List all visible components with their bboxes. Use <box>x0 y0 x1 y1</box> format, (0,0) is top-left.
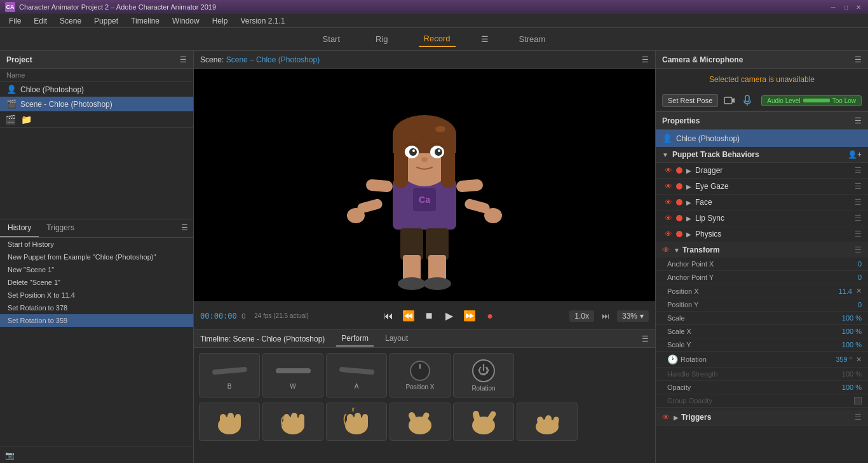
tab-history[interactable]: History <box>0 219 39 237</box>
lipsync-expand-arrow[interactable]: ▶ <box>686 215 691 222</box>
tab-start[interactable]: Start <box>318 32 345 46</box>
tab-perform[interactable]: Perform <box>336 331 374 347</box>
folder-icon[interactable]: 📁 <box>21 114 32 125</box>
face-menu-icon[interactable]: ☰ <box>855 198 862 207</box>
puppet-track-behaviors-header[interactable]: ▼ Puppet Track Behaviors 👤+ <box>656 147 868 163</box>
scale-y-value[interactable]: 100 % <box>830 341 862 349</box>
eyegaze-expand-arrow[interactable]: ▶ <box>686 183 691 190</box>
menu-help[interactable]: Help <box>206 15 234 27</box>
microphone-icon[interactable] <box>741 94 754 107</box>
tab-rig[interactable]: Rig <box>370 32 393 46</box>
control-brow-b[interactable]: B <box>199 353 260 397</box>
physics-visibility-toggle[interactable]: 👁 <box>665 230 672 238</box>
close-button[interactable]: ✕ <box>854 3 863 11</box>
dragger-menu-icon[interactable]: ☰ <box>855 166 862 175</box>
group-opacity-checkbox[interactable] <box>854 397 862 404</box>
position-y-value[interactable]: 0 <box>830 301 862 308</box>
anchor-point-y-value[interactable]: 0 <box>830 273 862 281</box>
dragger-active-dot[interactable] <box>676 167 682 174</box>
tab-stream[interactable]: Stream <box>514 32 551 46</box>
record-button[interactable]: ● <box>482 308 498 324</box>
play-button[interactable]: ▶ <box>442 308 457 324</box>
eyegaze-menu-icon[interactable]: ☰ <box>855 182 862 191</box>
scale-value[interactable]: 100 % <box>830 314 862 322</box>
zoom-control[interactable]: 33% ▾ <box>617 310 649 322</box>
controls-menu-icon[interactable]: ☰ <box>642 335 649 343</box>
go-to-start-button[interactable]: ⏮ <box>381 308 396 324</box>
scene-name-link[interactable]: Scene – Chloe (Photoshop) <box>226 55 320 64</box>
menu-timeline[interactable]: Timeline <box>125 15 166 27</box>
lipsync-visibility-toggle[interactable]: 👁 <box>665 214 672 223</box>
dragger-expand-arrow[interactable]: ▶ <box>686 167 691 174</box>
position-x-reset[interactable]: ✕ <box>856 287 862 295</box>
lipsync-active-dot[interactable] <box>676 215 682 221</box>
step-forward-button[interactable]: ⏩ <box>462 308 477 324</box>
face-visibility-toggle[interactable]: 👁 <box>665 198 672 207</box>
transform-visibility-toggle[interactable]: 👁 <box>662 245 670 254</box>
tab-layout[interactable]: Layout <box>380 331 413 347</box>
control-brow-a[interactable]: A <box>326 353 387 397</box>
anchor-point-x-value[interactable]: 0 <box>830 260 862 268</box>
history-item-selected[interactable]: Set Rotation to 359 <box>0 314 193 327</box>
hand-control-6[interactable] <box>517 403 578 441</box>
stop-button[interactable]: ■ <box>421 308 437 324</box>
project-item-scene[interactable]: 🎬 Scene - Chloe (Photoshop) <box>0 97 193 111</box>
maximize-button[interactable]: □ <box>841 3 850 11</box>
transform-expand-arrow[interactable]: ▼ <box>674 247 680 254</box>
transform-menu-icon[interactable]: ☰ <box>855 245 862 254</box>
tab-record-menu[interactable]: ☰ <box>481 34 489 44</box>
set-rest-pose-button[interactable]: Set Rest Pose <box>662 94 718 107</box>
scale-x-value[interactable]: 100 % <box>830 328 862 335</box>
history-item[interactable]: New "Scene 1" <box>0 263 193 276</box>
face-expand-arrow[interactable]: ▶ <box>686 199 691 206</box>
tab-triggers[interactable]: Triggers <box>39 219 82 237</box>
add-behavior-icon[interactable]: 👤+ <box>848 150 862 159</box>
minimize-button[interactable]: ─ <box>829 3 837 11</box>
step-back-button[interactable]: ⏪ <box>401 308 416 324</box>
history-item[interactable]: Set Position X to 11.4 <box>0 289 193 301</box>
menu-file[interactable]: File <box>3 15 27 27</box>
opacity-value[interactable]: 100 % <box>830 384 862 391</box>
camera-icon[interactable]: 📷 <box>5 451 15 460</box>
tab-record[interactable]: Record <box>419 31 456 47</box>
physics-active-dot[interactable] <box>676 231 682 237</box>
control-brow-w[interactable]: W <box>262 353 323 397</box>
hand-control-3[interactable] <box>326 403 387 441</box>
history-item[interactable]: Delete "Scene 1" <box>0 276 193 289</box>
history-item[interactable]: Start of History <box>0 238 193 251</box>
history-item[interactable]: Set Rotation to 378 <box>0 301 193 314</box>
new-scene-icon[interactable]: 🎬 <box>5 114 16 125</box>
menu-edit[interactable]: Edit <box>27 15 53 27</box>
transform-header[interactable]: 👁 ▼ Transform ☰ <box>656 242 868 258</box>
project-menu-icon[interactable]: ☰ <box>180 55 187 64</box>
hand-control-5[interactable] <box>453 403 514 441</box>
face-active-dot[interactable] <box>676 199 682 205</box>
eyegaze-visibility-toggle[interactable]: 👁 <box>665 182 672 191</box>
eyegaze-active-dot[interactable] <box>676 183 682 190</box>
hand-control-4[interactable] <box>390 403 451 441</box>
project-item-puppet[interactable]: 👤 Chloe (Photoshop) <box>0 82 193 97</box>
triggers-menu-icon[interactable]: ☰ <box>855 413 862 422</box>
rotation-reset[interactable]: ✕ <box>856 356 862 364</box>
physics-expand-arrow[interactable]: ▶ <box>686 231 691 238</box>
menu-window[interactable]: Window <box>166 15 206 27</box>
scene-menu-icon[interactable]: ☰ <box>642 55 649 64</box>
lipsync-menu-icon[interactable]: ☰ <box>855 214 862 223</box>
triggers-visibility-toggle[interactable]: 👁 <box>662 413 670 422</box>
position-x-value[interactable]: 11.4 <box>839 287 852 295</box>
skip-forward-button[interactable]: ⏭ <box>602 312 609 321</box>
history-menu[interactable]: ☰ <box>181 219 188 237</box>
dragger-visibility-toggle[interactable]: 👁 <box>665 166 672 175</box>
menu-puppet[interactable]: Puppet <box>88 15 125 27</box>
triggers-expand-arrow[interactable]: ▶ <box>674 414 679 421</box>
control-rotation[interactable]: ⏻ Rotation <box>453 353 514 397</box>
control-position-x[interactable]: Position X <box>390 353 451 397</box>
menu-scene[interactable]: Scene <box>53 15 88 27</box>
camera-menu-icon[interactable]: ☰ <box>855 55 862 64</box>
webcam-icon[interactable] <box>723 94 736 107</box>
hand-control-1[interactable] <box>199 403 260 441</box>
triggers-section-header[interactable]: 👁 ▶ Triggers ☰ <box>656 410 868 425</box>
hand-control-2[interactable] <box>262 403 323 441</box>
history-item[interactable]: New Puppet from Example "Chloe (Photosho… <box>0 251 193 263</box>
rotation-value[interactable]: 359 ° <box>836 356 852 363</box>
